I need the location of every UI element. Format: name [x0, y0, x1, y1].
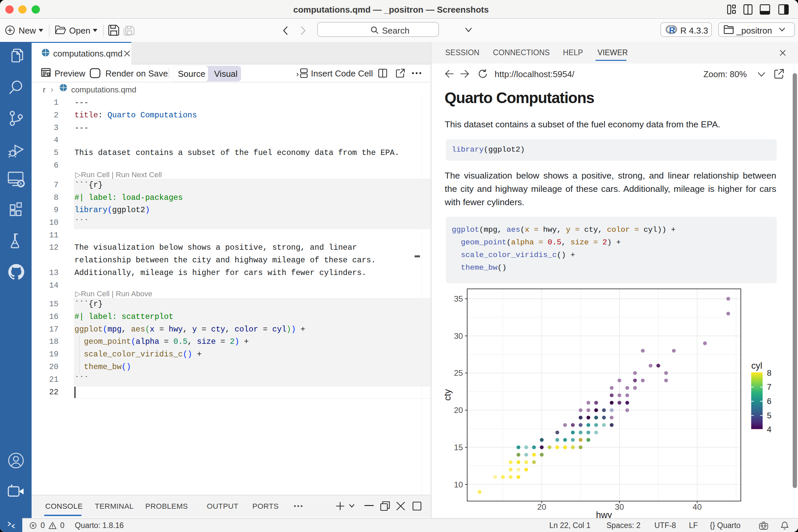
svg-text:15: 15	[454, 443, 463, 452]
svg-text:cyl: cyl	[751, 361, 762, 371]
svg-text:cty: cty	[442, 389, 453, 401]
svg-text:40: 40	[692, 502, 702, 511]
svg-text:30: 30	[615, 502, 624, 511]
svg-text:7: 7	[767, 382, 772, 391]
svg-text:hwy: hwy	[596, 510, 612, 518]
svg-text:25: 25	[454, 368, 463, 377]
svg-text:6: 6	[767, 397, 772, 406]
svg-text:5: 5	[767, 411, 772, 420]
svg-text:R: R	[669, 25, 675, 34]
svg-text:8: 8	[767, 368, 772, 377]
svg-text:30: 30	[454, 331, 463, 341]
svg-text:10: 10	[454, 480, 463, 489]
svg-text:4: 4	[767, 425, 772, 434]
svg-text:20: 20	[454, 406, 463, 415]
svg-text:35: 35	[454, 294, 463, 303]
svg-text:20: 20	[537, 502, 546, 511]
